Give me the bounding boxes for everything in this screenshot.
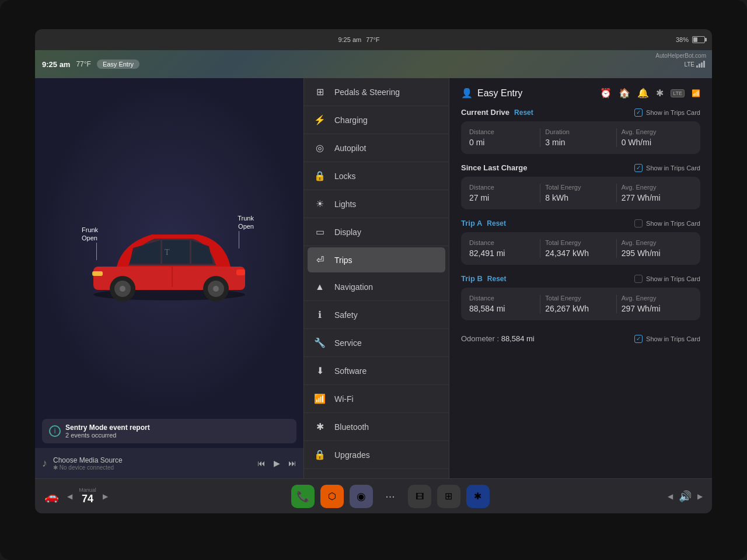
tesla-logo-text: T [165, 248, 170, 257]
menu-item-software[interactable]: ⬇ Software [304, 357, 449, 385]
menu-item-safety[interactable]: ℹ Safety [304, 301, 449, 329]
right-panel-title: 👤 Easy Entry [461, 88, 522, 99]
sentry-text: Sentry Mode event report 2 events occurr… [65, 424, 150, 439]
prev-track-button[interactable]: ⏮ [257, 459, 266, 468]
since-last-charge-checkbox[interactable] [634, 164, 643, 172]
sentry-subtitle: 2 events occurred [65, 432, 116, 439]
temp-decrease-button[interactable]: ◀ [67, 492, 72, 501]
status-center: 9:25 am 77°F [338, 36, 379, 43]
media-subtitle: ✱ No device connected [53, 464, 252, 471]
navigation-app-button[interactable]: ⬡ [320, 485, 344, 508]
menu-item-trips[interactable]: ⏎ Trips [308, 247, 445, 272]
odometer-checkbox[interactable] [634, 335, 643, 343]
next-track-button[interactable]: ⏭ [288, 459, 296, 468]
trip-a-header: Trip A Reset Show in Trips Card [461, 219, 700, 228]
menu-label-autopilot: Autopilot [334, 144, 366, 153]
menu-item-upgrades[interactable]: 🔒 Upgrades [304, 441, 449, 469]
car-view-area: Frunk Open 🔓 Trunk Open ⚡ [35, 78, 303, 414]
menu-icon-trips: ⏎ [313, 254, 326, 265]
music-note-icon: ♪ [42, 457, 47, 470]
menu-icon-lights: ☀ [313, 198, 326, 209]
more-apps-button[interactable]: ··· [379, 485, 402, 508]
volume-left-button[interactable]: ◀ [668, 492, 673, 501]
trips-detail-panel: 👤 Easy Entry ⏰ 🏠 🔔 ✱ LTE 📶 Current Drive [449, 78, 712, 478]
play-pause-button[interactable]: ▶ [274, 459, 280, 468]
battery-percent: 38% [676, 36, 689, 43]
battery-box [692, 36, 705, 43]
trip-a-reset-button[interactable]: Reset [487, 219, 506, 228]
taskbar: 🚗 ◀ Manual 74 ▶ 📞 ⬡ ◉ ··· 🎞 ⊞ ✱ ◀ 🔊 ▶ [35, 478, 712, 513]
phone-app-button[interactable]: 📞 [291, 485, 315, 508]
temp-increase-button[interactable]: ▶ [103, 492, 108, 501]
wheel-rear-hub [213, 286, 219, 292]
signal-bar-2 [699, 64, 700, 68]
media-controls: ⏮ ▶ ⏭ [257, 459, 296, 468]
odometer-row: Odometer : 88,584 mi Show in Trips Card [461, 330, 700, 343]
menu-item-wifi[interactable]: 📶 Wi-Fi [304, 385, 449, 413]
current-drive-checkbox[interactable] [634, 108, 643, 117]
menu-item-lights[interactable]: ☀ Lights [304, 190, 449, 218]
current-drive-reset-button[interactable]: Reset [514, 108, 533, 117]
since-last-charge-energy-total: Total Energy 8 kWh [540, 184, 616, 202]
menu-label-locks: Locks [334, 172, 356, 181]
menu-icon-safety: ℹ [313, 309, 326, 320]
grid-app-button[interactable]: ⊞ [437, 485, 460, 508]
menu-item-pedals[interactable]: ⊞ Pedals & Steering [304, 78, 449, 106]
odometer-label: Odometer : 88,584 mi [461, 334, 535, 343]
main-screen: 9:25 am 77°F 38% 9:25 am 77°F Easy Entry… [35, 29, 712, 513]
trip-b-checkbox[interactable] [634, 275, 643, 283]
car-taskbar-icon[interactable]: 🚗 [44, 489, 59, 503]
trip-b-header: Trip B Reset Show in Trips Card [461, 274, 700, 283]
battery-indicator [692, 36, 705, 43]
menu-icon-autopilot: ◎ [313, 142, 326, 153]
menu-label-trips: Trips [334, 256, 352, 265]
watermark: AutoHelperBot.com [655, 52, 706, 59]
current-drive-section: Current Drive Reset Show in Trips Card D… [461, 108, 700, 154]
trip-a-title: Trip A Reset [461, 219, 506, 228]
settings-menu: ⊞ Pedals & Steering ⚡ Charging ◎ Autopil… [303, 78, 449, 478]
status-bar: 9:25 am 77°F 38% [35, 29, 712, 50]
trip-a-energy-total: Total Energy 24,347 kWh [540, 239, 616, 258]
current-drive-card: Distance 0 mi Duration 3 min Avg. Energy… [461, 121, 700, 154]
bell-icon: 🔔 [637, 88, 649, 99]
current-drive-header: Current Drive Reset Show in Trips Card [461, 108, 700, 117]
status-right: 38% [676, 36, 705, 43]
menu-item-locks[interactable]: 🔒 Locks [304, 162, 449, 190]
battery-tip [705, 38, 707, 41]
menu-icon-charging: ⚡ [313, 114, 326, 125]
trip-b-card: Distance 88,584 mi Total Energy 26,267 k… [461, 288, 700, 320]
volume-right-button[interactable]: ▶ [697, 492, 703, 501]
since-last-charge-energy-avg: Avg. Energy 277 Wh/mi [617, 184, 692, 202]
trip-b-reset-button[interactable]: Reset [487, 275, 507, 283]
map-time: 9:25 am [42, 60, 70, 69]
right-panel-header: 👤 Easy Entry ⏰ 🏠 🔔 ✱ LTE 📶 [461, 88, 700, 99]
map-bar-content: 9:25 am 77°F Easy Entry LTE [42, 60, 705, 69]
menu-item-service[interactable]: 🔧 Service [304, 329, 449, 357]
menu-icon-wifi: 📶 [313, 393, 326, 404]
media-bar: ♪ Choose Media Source ✱ No device connec… [35, 448, 303, 478]
menu-label-charging: Charging [334, 116, 368, 125]
menu-label-pedals: Pedals & Steering [334, 88, 400, 97]
menu-item-navigation[interactable]: ▲ Navigation [304, 274, 449, 301]
menu-item-autopilot[interactable]: ◎ Autopilot [304, 134, 449, 162]
trip-b-section: Trip B Reset Show in Trips Card Distance… [461, 274, 700, 320]
trip-a-section: Trip A Reset Show in Trips Card Distance… [461, 219, 700, 265]
menu-item-display[interactable]: ▭ Display [304, 218, 449, 246]
taskbar-left: 🚗 ◀ Manual 74 ▶ [44, 487, 113, 505]
trip-a-checkbox[interactable] [634, 219, 643, 228]
media-app-button[interactable]: 🎞 [408, 485, 431, 508]
header-icons: ⏰ 🏠 🔔 ✱ LTE 📶 [600, 88, 700, 99]
camera-app-button[interactable]: ◉ [350, 485, 373, 508]
since-last-charge-header: Since Last Charge Show in Trips Card [461, 163, 700, 172]
temp-value-display: 74 [76, 493, 99, 505]
trip-a-distance: Distance 82,491 mi [469, 239, 540, 258]
alarm-icon: ⏰ [600, 88, 612, 99]
since-last-charge-distance: Distance 27 mi [469, 184, 540, 202]
current-drive-show-toggle: Show in Trips Card [634, 108, 700, 117]
trip-b-energy-total: Total Energy 26,267 kWh [540, 295, 616, 313]
bluetooth-taskbar-button[interactable]: ✱ [466, 485, 490, 508]
menu-item-bluetooth[interactable]: ✱ Bluetooth [304, 413, 449, 441]
menu-item-charging[interactable]: ⚡ Charging [304, 106, 449, 134]
wheel-front-hub [120, 286, 125, 292]
trip-b-energy-avg: Avg. Energy 297 Wh/mi [617, 295, 692, 313]
